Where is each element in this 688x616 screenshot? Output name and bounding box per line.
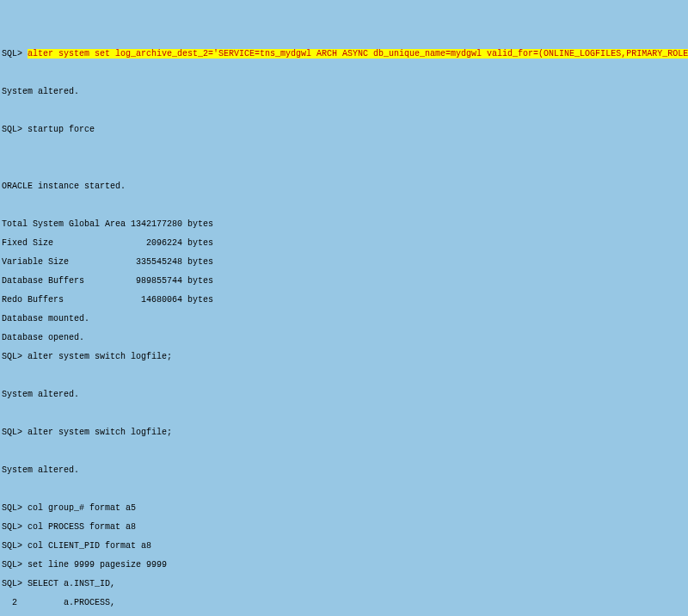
cmd-line[interactable]: SQL> col CLIENT_PID format a8 (2, 541, 688, 551)
blank (2, 144, 688, 153)
cmd-line[interactable]: SQL> alter system switch logfile; (2, 428, 688, 437)
blank (2, 68, 688, 77)
blank (2, 371, 688, 380)
mem-line: Variable Size 335545248 bytes (2, 257, 688, 267)
msg-altered: System altered. (2, 390, 688, 399)
blank (2, 409, 688, 418)
blank (2, 106, 688, 115)
blank (2, 447, 688, 456)
mem-line: Redo Buffers 14680064 bytes (2, 295, 688, 305)
blank (2, 200, 688, 210)
msg-altered: System altered. (2, 87, 688, 96)
sql-prompt: SQL> (2, 49, 28, 59)
cmd-line[interactable]: SQL> alter system switch logfile; (2, 352, 688, 361)
mem-line: Total System Global Area 1342177280 byte… (2, 219, 688, 229)
highlighted-cmd-1: alter system set log_archive_dest_2='SER… (28, 49, 688, 59)
blank (2, 163, 688, 172)
cmd-line[interactable]: SQL> col group_# format a5 (2, 503, 688, 513)
cmd-line[interactable]: SQL> set line 9999 pagesize 9999 (2, 560, 688, 570)
cmd-line[interactable]: SQL> startup force (2, 125, 688, 134)
terminal-output: SQL> alter system set log_archive_dest_2… (0, 38, 688, 616)
mem-line: Fixed Size 2096224 bytes (2, 238, 688, 248)
msg-altered: System altered. (2, 465, 688, 475)
msg-mounted: Database mounted. (2, 314, 688, 323)
cmd-line[interactable]: SQL> SELECT a.INST_ID, (2, 579, 688, 588)
mem-line: Database Buffers 989855744 bytes (2, 276, 688, 286)
query-cont: 2 a.PROCESS, (2, 598, 688, 607)
msg-opened: Database opened. (2, 333, 688, 342)
cmd-line[interactable]: SQL> alter system set log_archive_dest_2… (2, 49, 688, 59)
msg-started: ORACLE instance started. (2, 182, 688, 191)
cmd-line[interactable]: SQL> col PROCESS format a8 (2, 522, 688, 532)
blank (2, 484, 688, 494)
